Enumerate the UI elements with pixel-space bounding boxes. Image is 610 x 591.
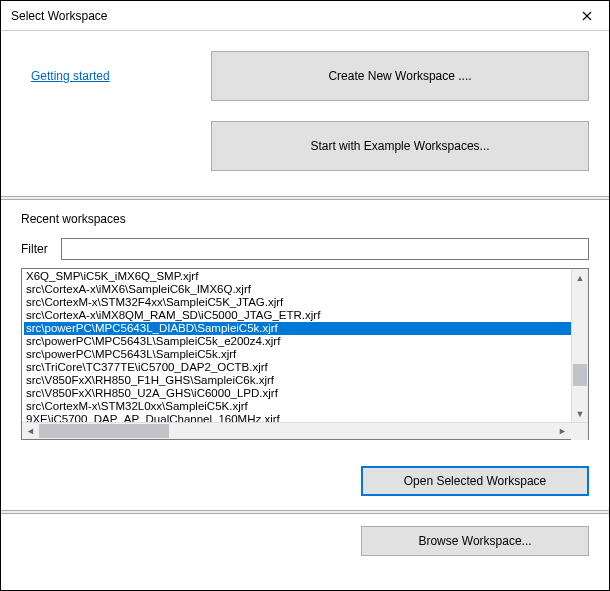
list-item[interactable]: X6Q_SMP\iC5K_iMX6Q_SMP.xjrf [24, 270, 571, 283]
start-example-workspaces-button[interactable]: Start with Example Workspaces... [211, 121, 589, 171]
filter-label: Filter [21, 242, 51, 256]
list-item[interactable]: src\powerPC\MPC5643L_DIABD\SampleiC5k.xj… [24, 322, 571, 335]
browse-workspace-button[interactable]: Browse Workspace... [361, 526, 589, 556]
getting-started-link[interactable]: Getting started [31, 69, 110, 83]
close-icon [582, 11, 592, 21]
recent-section: Recent workspaces Filter X6Q_SMP\iC5K_iM… [1, 200, 609, 454]
horizontal-scrollbar[interactable]: ◄ ► [22, 422, 588, 439]
filter-input[interactable] [61, 238, 589, 260]
list-item[interactable]: 9XE\iC5700_DAP_AP_DualChannel_160MHz.xjr… [24, 413, 571, 422]
list-item[interactable]: src\CortexA-x\iMX6\SampleiC6k_IMX6Q.xjrf [24, 283, 571, 296]
scroll-left-icon[interactable]: ◄ [22, 423, 39, 440]
getting-started-cell: Getting started [21, 51, 191, 101]
window-title: Select Workspace [11, 9, 108, 23]
scroll-thumb[interactable] [573, 364, 587, 386]
vertical-scrollbar[interactable]: ▲ ▼ [571, 269, 588, 422]
scroll-right-icon[interactable]: ► [554, 423, 571, 440]
list-item[interactable]: src\CortexA-x\iMX8QM_RAM_SD\iC5000_JTAG_… [24, 309, 571, 322]
list-item[interactable]: src\powerPC\MPC5643L\SampleiC5k.xjrf [24, 348, 571, 361]
hscroll-thumb[interactable] [39, 424, 169, 438]
list-item[interactable]: src\V850FxX\RH850_F1H_GHS\SampleiC6k.xjr… [24, 374, 571, 387]
scroll-up-icon[interactable]: ▲ [572, 269, 588, 286]
recent-listbox[interactable]: X6Q_SMP\iC5K_iMX6Q_SMP.xjrfsrc\CortexA-x… [21, 268, 589, 440]
recent-heading: Recent workspaces [21, 212, 589, 226]
list-item[interactable]: src\powerPC\MPC5643L\SampleiC5k_e200z4.x… [24, 335, 571, 348]
list-item[interactable]: src\CortexM-x\STM32L0xx\SampleiC5K.xjrf [24, 400, 571, 413]
scroll-down-icon[interactable]: ▼ [572, 405, 588, 422]
open-selected-workspace-button[interactable]: Open Selected Workspace [361, 466, 589, 496]
titlebar: Select Workspace [1, 1, 609, 31]
top-section: Getting started Create New Workspace ...… [1, 31, 609, 196]
scroll-track[interactable] [572, 286, 588, 405]
close-button[interactable] [564, 1, 609, 31]
list-item[interactable]: src\CortexM-x\STM32F4xx\SampleiC5K_JTAG.… [24, 296, 571, 309]
list-item[interactable]: src\TriCore\TC377TE\iC5700_DAP2_OCTB.xjr… [24, 361, 571, 374]
create-new-workspace-button[interactable]: Create New Workspace .... [211, 51, 589, 101]
list-item[interactable]: src\V850FxX\RH850_U2A_GHS\iC6000_LPD.xjr… [24, 387, 571, 400]
hscroll-track[interactable] [39, 423, 554, 439]
